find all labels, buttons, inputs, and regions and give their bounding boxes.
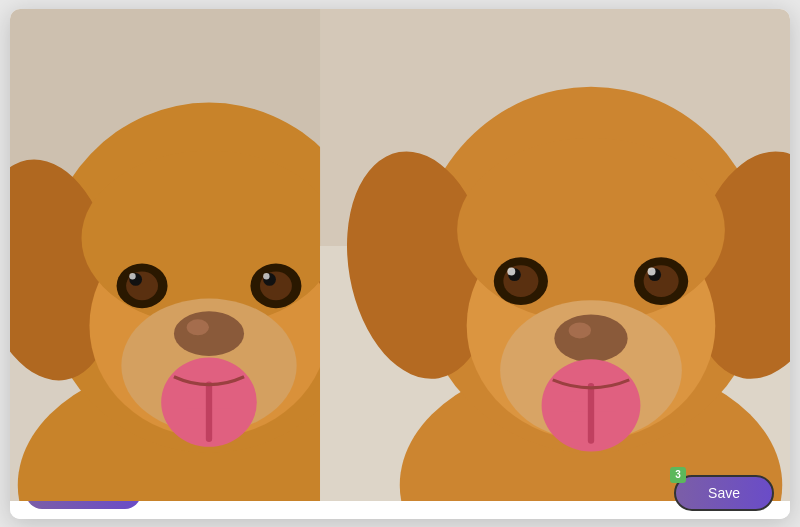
save-button[interactable]: Save <box>674 475 774 511</box>
svg-point-40 <box>507 268 515 276</box>
svg-point-18 <box>129 273 135 279</box>
main-content <box>10 62 790 431</box>
save-area: 3 Save <box>674 475 774 511</box>
app-window: FVC Image Upscaler Magnification: 2x 4x … <box>10 9 790 519</box>
notification-badge: 3 <box>670 467 686 483</box>
svg-point-35 <box>554 315 627 363</box>
svg-point-33 <box>457 138 725 323</box>
output-image-panel <box>421 86 761 406</box>
svg-point-44 <box>648 268 656 276</box>
svg-point-36 <box>569 323 591 339</box>
